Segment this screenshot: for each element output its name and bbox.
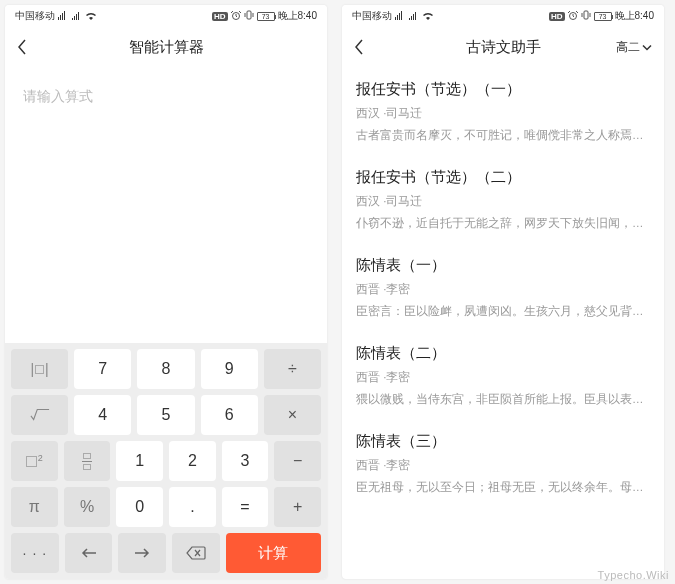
key-sqrt[interactable] (11, 395, 68, 435)
key-9[interactable]: 9 (201, 349, 258, 389)
page-title: 智能计算器 (129, 38, 204, 57)
poem-author: 西晋 ·李密 (356, 282, 650, 297)
key-3[interactable]: 3 (222, 441, 269, 481)
key-left-arrow[interactable] (65, 533, 113, 573)
key-divide[interactable]: ÷ (264, 349, 321, 389)
poem-excerpt: 古者富贵而名摩灭，不可胜记，唯倜傥非常之人称焉… (356, 128, 650, 143)
poem-title: 陈情表（三） (356, 432, 650, 451)
status-left: 中国移动 (352, 9, 434, 23)
key-pi[interactable]: π (11, 487, 58, 527)
poem-excerpt: 仆窃不逊，近自托于无能之辞，网罗天下放失旧闻，… (356, 216, 650, 231)
poem-author: 西晋 ·李密 (356, 458, 650, 473)
back-button[interactable] (17, 39, 27, 55)
page-title: 古诗文助手 (466, 38, 541, 57)
svg-rect-3 (584, 11, 588, 19)
battery-icon: 73 (594, 12, 612, 21)
signal-icon (408, 11, 419, 22)
key-more[interactable]: · · · (11, 533, 59, 573)
vibrate-icon (244, 10, 254, 22)
back-button[interactable] (354, 39, 364, 55)
poem-header: 古诗文助手 高二 (342, 27, 664, 67)
key-2[interactable]: 2 (169, 441, 216, 481)
status-right: HD 73 晚上8:40 (549, 9, 654, 23)
key-multiply[interactable]: × (264, 395, 321, 435)
poem-screen: 中国移动 HD 73 晚上8:40 古诗文助手 (342, 5, 664, 579)
status-bar: 中国移动 HD 73 晚上8:40 (342, 5, 664, 27)
key-8[interactable]: 8 (137, 349, 194, 389)
key-square[interactable]: 2 (11, 441, 58, 481)
list-item[interactable]: 陈情表（二） 西晋 ·李密 猥以微贱，当侍东宫，非臣陨首所能上报。臣具以表… (356, 331, 650, 419)
time-label: 晚上8:40 (615, 9, 654, 23)
key-add[interactable]: + (274, 487, 321, 527)
poem-author: 西汉 ·司马迁 (356, 106, 650, 121)
poem-author: 西晋 ·李密 (356, 370, 650, 385)
battery-icon: 73 (257, 12, 275, 21)
signal-icon (71, 11, 82, 22)
keypad: || 7 8 9 ÷ 4 5 6 × 2 (5, 343, 327, 579)
key-4[interactable]: 4 (74, 395, 131, 435)
calculator-header: 智能计算器 (5, 27, 327, 67)
list-item[interactable]: 陈情表（三） 西晋 ·李密 臣无祖母，无以至今日；祖母无臣，无以终余年。母… (356, 419, 650, 507)
key-7[interactable]: 7 (74, 349, 131, 389)
key-dot[interactable]: . (169, 487, 216, 527)
key-subtract[interactable]: − (274, 441, 321, 481)
wifi-icon (85, 11, 97, 22)
key-0[interactable]: 0 (116, 487, 163, 527)
poem-list[interactable]: 报任安书（节选）（一） 西汉 ·司马迁 古者富贵而名摩灭，不可胜记，唯倜傥非常之… (342, 67, 664, 579)
network-icon (58, 11, 68, 22)
alarm-icon (231, 10, 241, 22)
vibrate-icon (581, 10, 591, 22)
hd-badge: HD (549, 12, 565, 21)
grade-selector[interactable]: 高二 (616, 39, 652, 56)
poem-title: 陈情表（二） (356, 344, 650, 363)
key-calculate[interactable]: 计算 (226, 533, 321, 573)
expression-input[interactable]: 请输入算式 (5, 67, 327, 343)
poem-excerpt: 猥以微贱，当侍东宫，非臣陨首所能上报。臣具以表… (356, 392, 650, 407)
list-item[interactable]: 陈情表（一） 西晋 ·李密 臣密言：臣以险衅，夙遭闵凶。生孩六月，慈父见背… (356, 243, 650, 331)
poem-title: 陈情表（一） (356, 256, 650, 275)
status-right: HD 73 晚上8:40 (212, 9, 317, 23)
key-backspace[interactable] (172, 533, 220, 573)
hd-badge: HD (212, 12, 228, 21)
key-right-arrow[interactable] (118, 533, 166, 573)
status-bar: 中国移动 HD 73 晚上8:40 (5, 5, 327, 27)
calculator-screen: 中国移动 HD 73 晚上8:40 智能计算器 (5, 5, 327, 579)
poem-excerpt: 臣无祖母，无以至今日；祖母无臣，无以终余年。母… (356, 480, 650, 495)
key-5[interactable]: 5 (137, 395, 194, 435)
svg-rect-1 (247, 11, 251, 19)
chevron-down-icon (642, 40, 652, 54)
poem-excerpt: 臣密言：臣以险衅，夙遭闵凶。生孩六月，慈父见背… (356, 304, 650, 319)
poem-author: 西汉 ·司马迁 (356, 194, 650, 209)
watermark: Typecho.Wiki (598, 569, 669, 581)
list-item[interactable]: 报任安书（节选）（一） 西汉 ·司马迁 古者富贵而名摩灭，不可胜记，唯倜傥非常之… (356, 67, 650, 155)
list-item[interactable]: 报任安书（节选）（二） 西汉 ·司马迁 仆窃不逊，近自托于无能之辞，网罗天下放失… (356, 155, 650, 243)
key-fraction[interactable] (64, 441, 111, 481)
alarm-icon (568, 10, 578, 22)
poem-title: 报任安书（节选）（二） (356, 168, 650, 187)
key-1[interactable]: 1 (116, 441, 163, 481)
poem-title: 报任安书（节选）（一） (356, 80, 650, 99)
input-placeholder: 请输入算式 (23, 88, 93, 104)
key-equals[interactable]: = (222, 487, 269, 527)
carrier-label: 中国移动 (15, 9, 55, 23)
time-label: 晚上8:40 (278, 9, 317, 23)
status-left: 中国移动 (15, 9, 97, 23)
key-6[interactable]: 6 (201, 395, 258, 435)
carrier-label: 中国移动 (352, 9, 392, 23)
key-absolute[interactable]: || (11, 349, 68, 389)
wifi-icon (422, 11, 434, 22)
grade-label: 高二 (616, 39, 640, 56)
key-percent[interactable]: % (64, 487, 111, 527)
network-icon (395, 11, 405, 22)
